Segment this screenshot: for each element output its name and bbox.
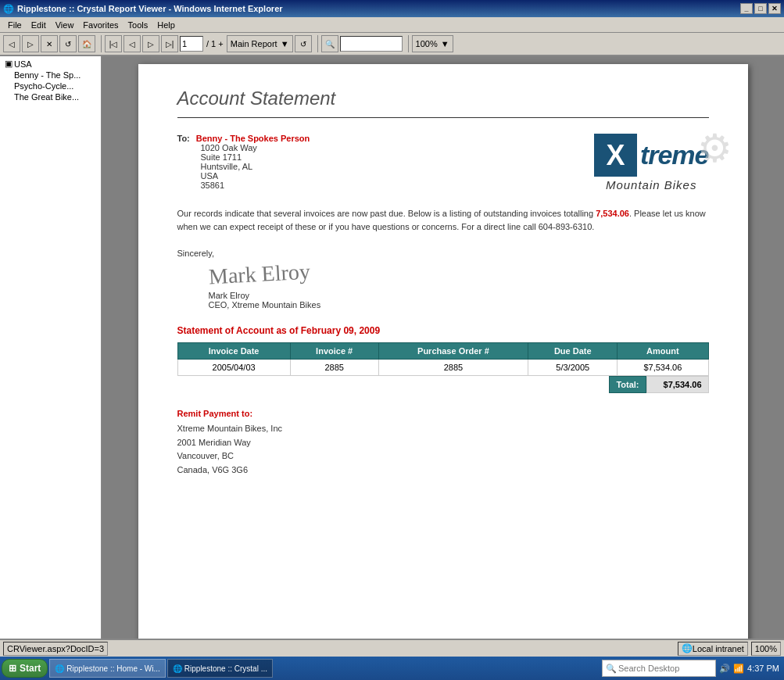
address-line2: Suite 1711 (177, 152, 310, 162)
report-title: Account Statement (177, 88, 709, 109)
total-label: Total: (609, 376, 646, 393)
table-row: 2005/04/03288528855/3/2005$7,534.06 (177, 360, 708, 376)
total-row: Total: $7,534.06 (177, 376, 709, 393)
search-button[interactable]: 🔍 (321, 35, 338, 52)
address-line3: Huntsville, AL (177, 162, 310, 171)
back-button[interactable]: ◁ (3, 35, 20, 52)
body-amount: 7,534.06 (596, 209, 629, 218)
dropdown-arrow-icon: ▼ (281, 39, 289, 48)
table-cell: $7,534.06 (618, 360, 708, 376)
taskbar-label-1: Ripplestone :: Home - Wi... (66, 664, 159, 673)
taskbar: ⊞ Start 🌐 Ripplestone :: Home - Wi... 🌐 … (0, 657, 784, 680)
main-layout: ▣ USA Benny - The Sp... Psycho-Cycle... … (0, 56, 784, 639)
address-line5: 35861 (177, 181, 310, 190)
close-button[interactable]: ✕ (768, 3, 781, 14)
table-cell: 5/3/2005 (528, 360, 618, 376)
system-tray: 🔍 🔊 📶 4:37 PM (599, 660, 782, 677)
search-input[interactable] (340, 36, 403, 52)
taskbar-btn-1[interactable]: 🌐 Ripplestone :: Home - Wi... (49, 659, 165, 678)
clock: 4:37 PM (747, 664, 779, 673)
window-controls[interactable]: _ □ ✕ (740, 3, 781, 14)
toolbar-separator (98, 35, 102, 52)
start-button[interactable]: ⊞ Start (2, 659, 48, 678)
zone-icon: 🌐 (682, 643, 693, 653)
sidebar-item-usa[interactable]: ▣ USA (3, 58, 98, 70)
sidebar-item-benny[interactable]: Benny - The Sp... (3, 70, 98, 81)
signer-name: Mark Elroy (209, 291, 709, 300)
sidebar: ▣ USA Benny - The Sp... Psycho-Cycle... … (0, 56, 102, 639)
sidebar-group-usa: ▣ USA Benny - The Sp... Psycho-Cycle... … (0, 56, 101, 104)
report-dropdown[interactable]: Main Report ▼ (227, 35, 293, 52)
nav-next[interactable]: ▷ (142, 35, 159, 52)
status-bar: CRViewer.aspx?DocID=3 🌐 Local intranet 1… (0, 639, 784, 657)
zoom-label: 100% (416, 39, 438, 48)
toolbar-separator3 (406, 35, 409, 52)
sidebar-item-psycho[interactable]: Psycho-Cycle... (3, 81, 98, 91)
menu-tools[interactable]: Tools (124, 19, 153, 31)
search-icon: 🔍 (606, 664, 617, 674)
search-box[interactable]: 🔍 (602, 660, 716, 677)
address-section: To: Benny - The Spokes Person 1020 Oak W… (177, 134, 310, 190)
company-logo: X treme ⚙ Mountain Bikes (594, 134, 709, 191)
forward-button[interactable]: ▷ (22, 35, 39, 52)
nav-prev[interactable]: ◁ (124, 35, 141, 52)
gear-icon: ⚙ (697, 126, 732, 171)
windows-icon: ⊞ (9, 663, 16, 674)
nav-last[interactable]: ▷| (161, 35, 178, 52)
menu-bar: File Edit View Favorites Tools Help (0, 17, 784, 33)
total-amount: $7,534.06 (646, 376, 709, 393)
page-total: / 1 + (205, 39, 225, 48)
minimize-button[interactable]: _ (740, 3, 753, 14)
taskbar-btn-2[interactable]: 🌐 Ripplestone :: Crystal ... (167, 659, 273, 678)
menu-file[interactable]: File (3, 19, 27, 31)
zone-status: 🌐 Local intranet (678, 642, 748, 656)
zoom-dropdown[interactable]: 100% ▼ (412, 35, 453, 52)
toolbar-separator2 (315, 35, 318, 52)
refresh-button[interactable]: ↺ (59, 35, 77, 52)
body-paragraph: Our records indicate that several invoic… (177, 207, 709, 233)
nav-first[interactable]: |◁ (105, 35, 122, 52)
collapse-icon: ▣ (5, 59, 13, 69)
home-button[interactable]: 🏠 (78, 35, 95, 52)
table-cell: 2885 (290, 360, 378, 376)
menu-favorites[interactable]: Favorites (78, 19, 123, 31)
sidebar-item-great[interactable]: The Great Bike... (3, 91, 98, 102)
toolbar: ◁ ▷ ✕ ↺ 🏠 |◁ ◁ ▷ ▷| 1 / 1 + Main Report … (0, 33, 784, 56)
statement-title: Statement of Account as of February 09, … (177, 325, 709, 336)
window-title: Ripplestone :: Crystal Report Viewer - W… (17, 4, 283, 13)
remit-line3: Vancouver, BC (177, 449, 709, 463)
body-text-1: Our records indicate that several invoic… (177, 209, 596, 218)
remit-line2: 2001 Meridian Way (177, 436, 709, 450)
maximize-button[interactable]: □ (754, 3, 767, 14)
signer-title: CEO, Xtreme Mountain Bikes (209, 300, 709, 310)
remit-line4: Canada, V6G 3G6 (177, 463, 709, 478)
desktop-search-input[interactable] (618, 664, 712, 673)
report-area[interactable]: Account Statement To: Benny - The Spokes… (102, 56, 784, 639)
address-to-row: To: Benny - The Spokes Person (177, 134, 310, 143)
menu-help[interactable]: Help (152, 19, 180, 31)
url-status: CRViewer.aspx?DocID=3 (3, 642, 108, 656)
start-label: Start (20, 663, 41, 674)
stop-button[interactable]: ✕ (41, 35, 58, 52)
page-number-input[interactable]: 1 (180, 36, 203, 52)
sidebar-psycho-label: Psycho-Cycle... (14, 81, 73, 91)
sincerely-text: Sincerely, (177, 249, 709, 258)
col-invoice-num: Invoice # (290, 343, 378, 360)
address-line1: 1020 Oak Way (177, 143, 310, 152)
col-amount: Amount (618, 343, 708, 360)
status-url: CRViewer.aspx?DocID=3 (7, 644, 104, 653)
logo-x: X (606, 139, 625, 172)
zoom-dropdown-arrow: ▼ (441, 39, 449, 48)
table-cell: 2885 (378, 360, 528, 376)
table-cell: 2005/04/03 (177, 360, 290, 376)
sidebar-benny-label: Benny - The Sp... (14, 70, 81, 80)
invoice-table: Invoice Date Invoice # Purchase Order # … (177, 342, 709, 376)
title-bar-left: 🌐 Ripplestone :: Crystal Report Viewer -… (3, 4, 283, 14)
sidebar-usa-label: USA (14, 59, 32, 69)
menu-edit[interactable]: Edit (27, 19, 51, 31)
refresh-report-button[interactable]: ↺ (295, 35, 312, 52)
network-icon: 📶 (733, 664, 744, 674)
menu-view[interactable]: View (51, 19, 79, 31)
remit-label: Remit Payment to: (177, 409, 709, 418)
sidebar-great-label: The Great Bike... (14, 92, 79, 102)
